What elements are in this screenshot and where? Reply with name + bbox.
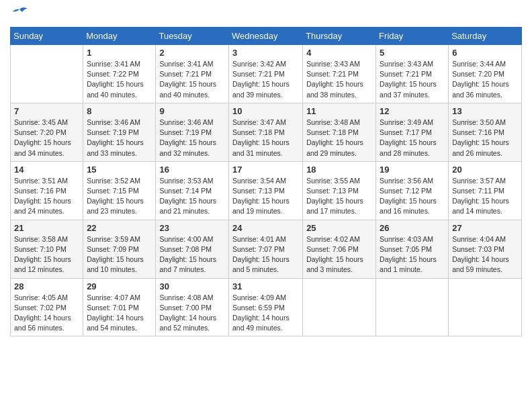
day-info: Sunrise: 3:47 AMSunset: 7:18 PMDaylight:… [232,118,299,158]
header [10,7,522,21]
day-number: 4 [306,48,372,58]
day-info: Sunrise: 4:01 AMSunset: 7:07 PMDaylight:… [232,234,299,275]
column-header-monday: Monday [83,28,156,45]
column-header-friday: Friday [376,28,449,45]
day-cell: 20Sunrise: 3:57 AMSunset: 7:11 PMDayligh… [449,161,522,220]
day-cell: 16Sunrise: 3:53 AMSunset: 7:14 PMDayligh… [156,161,229,220]
day-cell: 18Sunrise: 3:55 AMSunset: 7:13 PMDayligh… [303,161,376,220]
day-number: 30 [159,281,225,291]
day-cell: 28Sunrise: 4:05 AMSunset: 7:02 PMDayligh… [11,278,83,336]
day-cell: 1Sunrise: 3:41 AMSunset: 7:22 PMDaylight… [83,45,156,103]
day-info: Sunrise: 3:46 AMSunset: 7:19 PMDaylight:… [87,118,152,158]
day-cell: 30Sunrise: 4:08 AMSunset: 7:00 PMDayligh… [156,278,229,336]
day-number: 10 [232,106,299,116]
day-number: 6 [452,48,518,58]
day-cell: 13Sunrise: 3:50 AMSunset: 7:16 PMDayligh… [449,103,522,161]
day-info: Sunrise: 3:51 AMSunset: 7:16 PMDaylight:… [14,176,79,217]
day-info: Sunrise: 3:42 AMSunset: 7:21 PMDaylight:… [232,59,299,100]
day-info: Sunrise: 3:41 AMSunset: 7:21 PMDaylight:… [159,59,225,100]
day-info: Sunrise: 3:52 AMSunset: 7:15 PMDaylight:… [87,176,152,217]
day-number: 5 [380,48,445,58]
day-cell: 11Sunrise: 3:48 AMSunset: 7:18 PMDayligh… [303,103,376,161]
day-cell [376,278,449,336]
day-number: 31 [232,281,299,291]
day-cell: 24Sunrise: 4:01 AMSunset: 7:07 PMDayligh… [229,220,303,278]
day-number: 26 [380,223,445,233]
day-number: 9 [159,106,225,116]
day-number: 28 [14,281,79,291]
column-header-thursday: Thursday [303,28,376,45]
day-number: 25 [306,223,372,233]
day-info: Sunrise: 3:45 AMSunset: 7:20 PMDaylight:… [14,118,79,158]
day-info: Sunrise: 3:48 AMSunset: 7:18 PMDaylight:… [306,118,372,158]
day-cell: 26Sunrise: 4:03 AMSunset: 7:05 PMDayligh… [376,220,449,278]
day-cell: 21Sunrise: 3:58 AMSunset: 7:10 PMDayligh… [11,220,83,278]
day-number: 13 [452,106,518,116]
day-info: Sunrise: 3:41 AMSunset: 7:22 PMDaylight:… [87,59,152,100]
day-cell: 3Sunrise: 3:42 AMSunset: 7:21 PMDaylight… [229,45,303,103]
day-info: Sunrise: 3:49 AMSunset: 7:17 PMDaylight:… [380,118,445,158]
header-row: SundayMondayTuesdayWednesdayThursdayFrid… [11,28,522,45]
day-number: 18 [306,165,372,175]
day-cell: 5Sunrise: 3:43 AMSunset: 7:21 PMDaylight… [376,45,449,103]
day-number: 14 [14,165,79,175]
day-cell: 19Sunrise: 3:56 AMSunset: 7:12 PMDayligh… [376,161,449,220]
day-info: Sunrise: 3:43 AMSunset: 7:21 PMDaylight:… [306,59,372,100]
column-header-tuesday: Tuesday [156,28,229,45]
logo-bird-icon [10,7,29,21]
day-cell: 2Sunrise: 3:41 AMSunset: 7:21 PMDaylight… [156,45,229,103]
day-info: Sunrise: 4:02 AMSunset: 7:06 PMDaylight:… [306,234,372,275]
column-header-sunday: Sunday [11,28,83,45]
column-header-saturday: Saturday [449,28,522,45]
day-info: Sunrise: 4:09 AMSunset: 6:59 PMDaylight:… [232,293,299,334]
day-info: Sunrise: 4:00 AMSunset: 7:08 PMDaylight:… [159,234,225,275]
day-number: 29 [87,281,152,291]
day-info: Sunrise: 3:54 AMSunset: 7:13 PMDaylight:… [232,176,299,217]
day-number: 27 [452,223,518,233]
day-number: 7 [14,106,79,116]
day-number: 11 [306,106,372,116]
day-number: 1 [87,48,152,58]
day-number: 12 [380,106,445,116]
day-number: 24 [232,223,299,233]
calendar-header: SundayMondayTuesdayWednesdayThursdayFrid… [11,28,522,45]
day-cell: 27Sunrise: 4:04 AMSunset: 7:03 PMDayligh… [449,220,522,278]
day-cell: 10Sunrise: 3:47 AMSunset: 7:18 PMDayligh… [229,103,303,161]
day-number: 3 [232,48,299,58]
day-cell: 29Sunrise: 4:07 AMSunset: 7:01 PMDayligh… [83,278,156,336]
day-info: Sunrise: 3:58 AMSunset: 7:10 PMDaylight:… [14,234,79,275]
day-cell: 8Sunrise: 3:46 AMSunset: 7:19 PMDaylight… [83,103,156,161]
day-cell: 23Sunrise: 4:00 AMSunset: 7:08 PMDayligh… [156,220,229,278]
week-row-1: 1Sunrise: 3:41 AMSunset: 7:22 PMDaylight… [11,45,522,103]
day-cell: 4Sunrise: 3:43 AMSunset: 7:21 PMDaylight… [303,45,376,103]
day-info: Sunrise: 3:44 AMSunset: 7:20 PMDaylight:… [452,59,518,100]
day-cell: 25Sunrise: 4:02 AMSunset: 7:06 PMDayligh… [303,220,376,278]
day-info: Sunrise: 3:55 AMSunset: 7:13 PMDaylight:… [306,176,372,217]
day-cell [303,278,376,336]
week-row-4: 21Sunrise: 3:58 AMSunset: 7:10 PMDayligh… [11,220,522,278]
day-info: Sunrise: 3:43 AMSunset: 7:21 PMDaylight:… [380,59,445,100]
day-cell: 14Sunrise: 3:51 AMSunset: 7:16 PMDayligh… [11,161,83,220]
day-info: Sunrise: 3:56 AMSunset: 7:12 PMDaylight:… [380,176,445,217]
day-info: Sunrise: 3:57 AMSunset: 7:11 PMDaylight:… [452,176,518,217]
day-cell: 9Sunrise: 3:46 AMSunset: 7:19 PMDaylight… [156,103,229,161]
week-row-2: 7Sunrise: 3:45 AMSunset: 7:20 PMDaylight… [11,103,522,161]
logo [10,7,32,21]
day-number: 15 [87,165,152,175]
day-number: 23 [159,223,225,233]
day-number: 17 [232,165,299,175]
day-info: Sunrise: 3:59 AMSunset: 7:09 PMDaylight:… [87,234,152,275]
day-cell: 22Sunrise: 3:59 AMSunset: 7:09 PMDayligh… [83,220,156,278]
day-cell [449,278,522,336]
day-info: Sunrise: 3:50 AMSunset: 7:16 PMDaylight:… [452,118,518,158]
day-cell: 31Sunrise: 4:09 AMSunset: 6:59 PMDayligh… [229,278,303,336]
day-cell [11,45,83,103]
day-number: 8 [87,106,152,116]
day-cell: 6Sunrise: 3:44 AMSunset: 7:20 PMDaylight… [449,45,522,103]
week-row-3: 14Sunrise: 3:51 AMSunset: 7:16 PMDayligh… [11,161,522,220]
day-info: Sunrise: 4:03 AMSunset: 7:05 PMDaylight:… [380,234,445,275]
day-info: Sunrise: 4:08 AMSunset: 7:00 PMDaylight:… [159,293,225,334]
day-number: 19 [380,165,445,175]
day-number: 21 [14,223,79,233]
column-header-wednesday: Wednesday [229,28,303,45]
